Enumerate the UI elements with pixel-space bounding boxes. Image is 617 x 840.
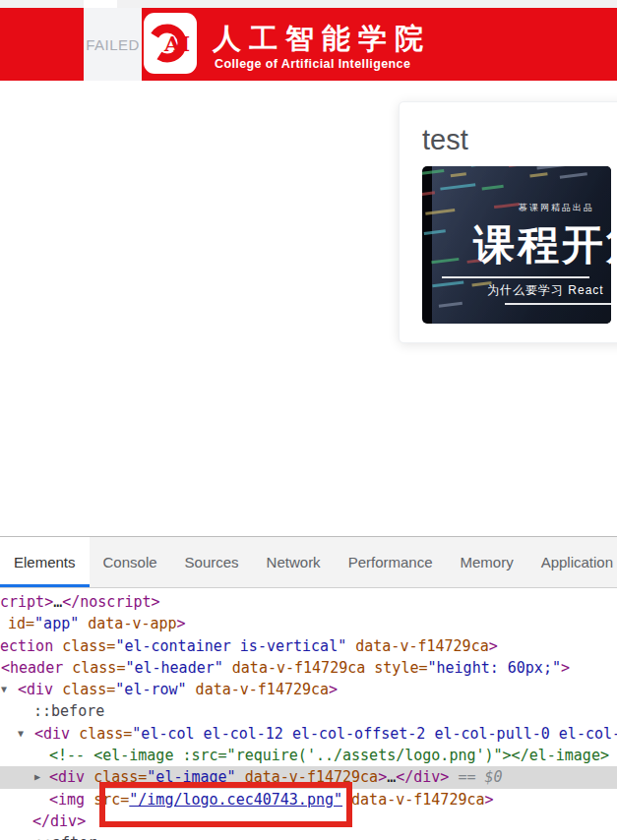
code-token-meta: == $0 (449, 768, 502, 786)
code-token-attr: data-v-f14729ca (346, 637, 489, 655)
course-card[interactable]: test 慕课网精品出品 课程开篇 为什么要学习 React (399, 101, 617, 343)
code-token-tag: > (561, 659, 570, 677)
code-token-attr: class= (72, 659, 125, 677)
code-token-val: "el-row" (115, 681, 186, 698)
broken-image-placeholder: FAILED (84, 8, 142, 81)
dom-tree-row[interactable]: <!-- <el-image :src="require('../assets/… (0, 745, 617, 766)
code-token-attr: data-v-f14729ca (223, 659, 375, 677)
site-title: 人工智能学院 (213, 20, 431, 59)
code-token-tag: > (177, 615, 186, 632)
code-token-attr: class= (62, 637, 115, 655)
code-token-txt: … (387, 768, 396, 786)
code-token-attr: data-v-f14729ca (187, 681, 330, 698)
college-logo: AI (144, 13, 197, 74)
code-token-com: <!-- <el-image :src="require('../assets/… (49, 747, 609, 764)
code-token-pseudo: ::before (33, 702, 104, 720)
code-token-attr: data-v-app (79, 615, 176, 632)
devtools-tab-application[interactable]: Application (527, 537, 617, 587)
code-token-tag: <div (18, 681, 62, 698)
cover-headline: 课程开篇 (473, 217, 611, 272)
devtools-tabs: ElementsConsoleSourcesNetworkPerformance… (0, 537, 617, 588)
code-token-tag: > (329, 681, 338, 698)
site-subtitle: College of Artificial Intelligence (215, 57, 410, 71)
code-token-val: "el-header" (125, 659, 222, 677)
dom-tree-row[interactable]: <header class="el-header" data-v-f14729c… (0, 657, 617, 679)
devtools-tab-console[interactable]: Console (90, 537, 171, 587)
code-token-tag: <img (49, 791, 93, 809)
code-token-val: "el-container is-vertical" (115, 637, 346, 655)
code-token-tag: <div (49, 768, 93, 786)
dom-tree-row[interactable]: ::before (0, 700, 617, 722)
devtools-tab-network[interactable]: Network (253, 537, 335, 587)
code-token-pseudo: ::after (34, 834, 96, 840)
dom-tree-row[interactable]: ::after (0, 832, 617, 840)
code-token-tag: > (485, 791, 494, 809)
page: FAILED AI 人工智能学院 College of Artificial I… (0, 0, 617, 840)
code-token-attr: style= (374, 659, 427, 677)
dom-tree-row[interactable]: id="app" data-v-app> (0, 613, 617, 634)
logo-monogram-text: AI (163, 31, 190, 56)
code-token-tag: cript> (0, 593, 53, 611)
code-token-attr: class= (79, 725, 132, 743)
code-token-tag: > (489, 637, 498, 655)
code-token-tag: > (378, 768, 387, 786)
code-token-tag: </div> (32, 812, 86, 830)
dom-tree-row[interactable]: cript>…</noscript> (0, 591, 617, 613)
code-token-tag: <div (34, 725, 79, 743)
page-top-strip (0, 0, 617, 8)
code-token-val: "height: 60px;" (428, 659, 561, 677)
cover-top-label: 慕课网精品出品 (519, 202, 594, 214)
devtools-tab-memory[interactable]: Memory (447, 537, 527, 587)
cai-logo-icon: AI (148, 17, 193, 70)
expand-arrow-open-icon[interactable]: ▼ (1, 679, 7, 700)
page-top-strip-highlight (84, 0, 117, 8)
code-token-tag: </div> (396, 768, 449, 786)
course-card-title: test (422, 124, 468, 156)
expand-arrow-open-icon[interactable]: ▼ (18, 723, 24, 745)
dom-tree-row[interactable]: ection class="el-container is-vertical" … (0, 635, 617, 657)
annotation-highlight-box (99, 782, 352, 827)
expand-arrow-closed-icon[interactable]: ▶ (34, 766, 40, 788)
code-token-tag: ection (0, 637, 62, 655)
devtools-tab-performance[interactable]: Performance (335, 537, 447, 587)
code-token-val: "app" (34, 615, 79, 632)
dom-tree-row[interactable]: ▼<div class="el-col el-col-12 el-col-off… (0, 723, 617, 745)
code-token-attr: class= (62, 681, 115, 698)
dom-tree-row[interactable]: ▼<div class="el-row" data-v-f14729ca> (0, 679, 617, 700)
code-token-val: "el-col el-col-12 el-col-offset-2 el-col… (132, 725, 617, 743)
code-token-attr: id= (8, 615, 34, 632)
code-token-txt: … (53, 593, 62, 611)
code-token-tag: </noscript> (62, 593, 159, 611)
cover-tagline: 为什么要学习 React (487, 282, 604, 299)
devtools-tab-elements[interactable]: Elements (0, 537, 90, 587)
site-header: FAILED AI 人工智能学院 College of Artificial I… (0, 8, 617, 81)
course-cover-image: 慕课网精品出品 课程开篇 为什么要学习 React (422, 166, 611, 324)
failed-label: FAILED (86, 36, 140, 53)
code-token-tag: <header (1, 659, 72, 677)
devtools-tab-sources[interactable]: Sources (171, 537, 253, 587)
code-token-attr: data-v-f14729ca (342, 791, 485, 809)
